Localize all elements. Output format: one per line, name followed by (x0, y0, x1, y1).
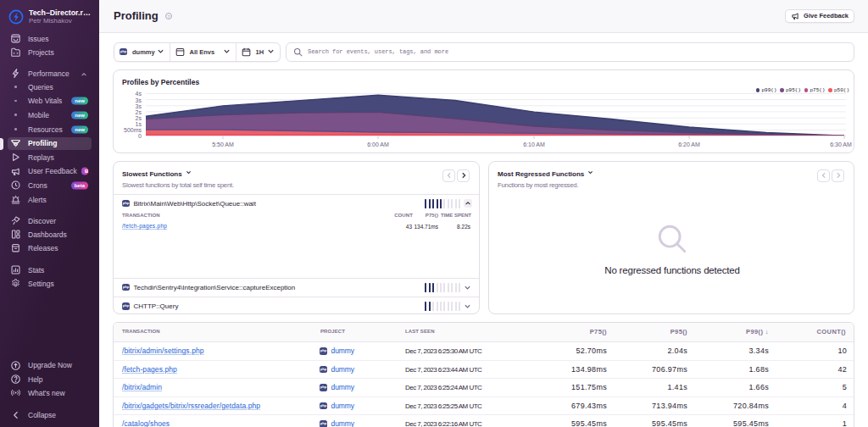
svg-text:6:30 AM: 6:30 AM (830, 141, 852, 147)
svg-text:3s: 3s (136, 97, 142, 103)
svg-text:2s: 2s (136, 115, 142, 121)
svg-text:3s: 3s (136, 103, 142, 109)
svg-text:5:50 AM: 5:50 AM (212, 141, 234, 147)
svg-text:6:10 AM: 6:10 AM (523, 141, 545, 147)
svg-text:6:00 AM: 6:00 AM (367, 141, 389, 147)
svg-text:1s: 1s (136, 121, 142, 127)
svg-text:2s: 2s (136, 109, 142, 115)
svg-text:0: 0 (138, 133, 142, 139)
svg-text:6:20 AM: 6:20 AM (678, 141, 700, 147)
svg-text:4s: 4s (136, 91, 142, 97)
svg-text:500ms: 500ms (124, 127, 142, 133)
